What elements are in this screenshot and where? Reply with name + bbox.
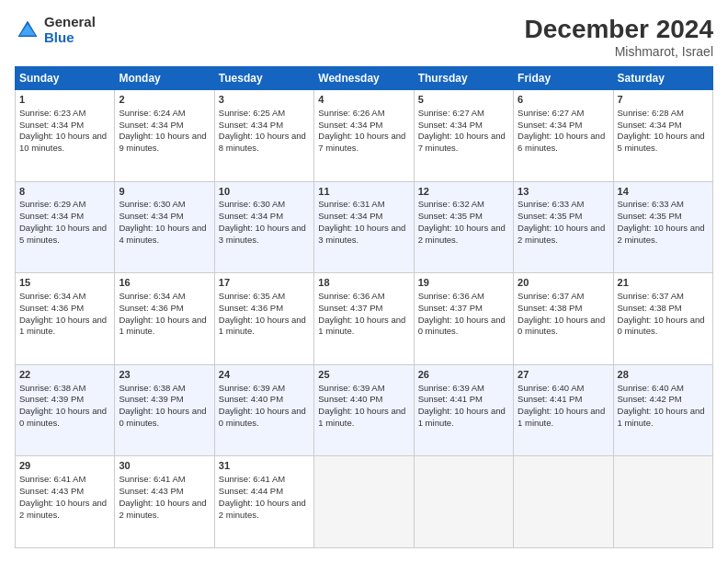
sunrise: Sunrise: 6:36 AM	[418, 291, 484, 301]
day-number: 23	[119, 368, 210, 382]
week-row-4: 22 Sunrise: 6:38 AM Sunset: 4:39 PM Dayl…	[16, 364, 713, 456]
calendar-cell: 5 Sunrise: 6:27 AM Sunset: 4:34 PM Dayli…	[414, 90, 513, 182]
daylight-label: Daylight: 10 hours and 10 minutes.	[19, 131, 107, 153]
calendar-cell	[514, 456, 613, 548]
sunset: Sunset: 4:44 PM	[219, 486, 283, 496]
sunrise: Sunrise: 6:27 AM	[518, 108, 584, 118]
calendar-cell: 24 Sunrise: 6:39 AM Sunset: 4:40 PM Dayl…	[214, 364, 313, 456]
day-number: 6	[518, 93, 609, 107]
sunset: Sunset: 4:34 PM	[318, 211, 382, 221]
day-number: 16	[119, 276, 210, 290]
calendar-cell: 26 Sunrise: 6:39 AM Sunset: 4:41 PM Dayl…	[414, 364, 513, 456]
sunrise: Sunrise: 6:29 AM	[19, 199, 85, 209]
header: General Blue December 2024 Mishmarot, Is…	[15, 15, 713, 59]
calendar-cell: 4 Sunrise: 6:26 AM Sunset: 4:34 PM Dayli…	[314, 90, 414, 182]
sunrise: Sunrise: 6:24 AM	[119, 108, 185, 118]
calendar-cell: 11 Sunrise: 6:31 AM Sunset: 4:34 PM Dayl…	[314, 181, 414, 273]
daylight-label: Daylight: 10 hours and 1 minute.	[618, 406, 705, 428]
sunset: Sunset: 4:37 PM	[318, 303, 382, 313]
day-number: 28	[618, 368, 709, 382]
sunrise: Sunrise: 6:37 AM	[518, 291, 584, 301]
sunrise: Sunrise: 6:35 AM	[219, 291, 285, 301]
calendar-cell: 31 Sunrise: 6:41 AM Sunset: 4:44 PM Dayl…	[214, 456, 313, 548]
page: General Blue December 2024 Mishmarot, Is…	[0, 0, 728, 563]
day-number: 1	[19, 93, 110, 107]
day-number: 25	[318, 368, 409, 382]
day-number: 3	[219, 93, 310, 107]
col-saturday: Saturday	[613, 67, 712, 90]
day-number: 2	[119, 93, 210, 107]
day-number: 8	[19, 185, 110, 199]
daylight-label: Daylight: 10 hours and 0 minutes.	[618, 315, 705, 337]
daylight-label: Daylight: 10 hours and 2 minutes.	[518, 223, 605, 245]
day-number: 20	[518, 276, 609, 290]
daylight-label: Daylight: 10 hours and 1 minute.	[418, 406, 506, 428]
sunrise: Sunrise: 6:26 AM	[318, 108, 384, 118]
calendar-cell: 19 Sunrise: 6:36 AM Sunset: 4:37 PM Dayl…	[414, 273, 513, 365]
logo: General Blue	[15, 15, 96, 45]
sunset: Sunset: 4:42 PM	[618, 394, 682, 404]
sunset: Sunset: 4:39 PM	[119, 394, 183, 404]
sunrise: Sunrise: 6:25 AM	[219, 108, 285, 118]
calendar-cell: 20 Sunrise: 6:37 AM Sunset: 4:38 PM Dayl…	[514, 273, 613, 365]
sunset: Sunset: 4:40 PM	[318, 394, 382, 404]
daylight-label: Daylight: 10 hours and 5 minutes.	[618, 131, 705, 153]
col-tuesday: Tuesday	[214, 67, 313, 90]
calendar-cell	[314, 456, 414, 548]
day-number: 24	[219, 368, 310, 382]
week-row-1: 1 Sunrise: 6:23 AM Sunset: 4:34 PM Dayli…	[16, 90, 713, 182]
calendar-cell: 9 Sunrise: 6:30 AM Sunset: 4:34 PM Dayli…	[115, 181, 214, 273]
day-number: 26	[418, 368, 509, 382]
day-number: 7	[618, 93, 709, 107]
day-number: 17	[219, 276, 310, 290]
col-thursday: Thursday	[414, 67, 513, 90]
sunset: Sunset: 4:38 PM	[618, 303, 682, 313]
daylight-label: Daylight: 10 hours and 7 minutes.	[318, 131, 405, 153]
sunset: Sunset: 4:34 PM	[618, 120, 682, 130]
calendar-header-row: Sunday Monday Tuesday Wednesday Thursday…	[16, 67, 713, 90]
day-number: 27	[518, 368, 609, 382]
col-friday: Friday	[514, 67, 613, 90]
sunset: Sunset: 4:35 PM	[418, 211, 483, 221]
sunrise: Sunrise: 6:34 AM	[19, 291, 85, 301]
sunrise: Sunrise: 6:27 AM	[418, 108, 484, 118]
sunset: Sunset: 4:35 PM	[518, 211, 582, 221]
month-title: December 2024	[525, 15, 713, 44]
calendar-cell: 13 Sunrise: 6:33 AM Sunset: 4:35 PM Dayl…	[514, 181, 613, 273]
sunrise: Sunrise: 6:33 AM	[518, 199, 584, 209]
daylight-label: Daylight: 10 hours and 0 minutes.	[119, 406, 206, 428]
daylight-label: Daylight: 10 hours and 9 minutes.	[119, 131, 206, 153]
day-number: 13	[518, 185, 609, 199]
daylight-label: Daylight: 10 hours and 5 minutes.	[19, 223, 107, 245]
sunrise: Sunrise: 6:36 AM	[318, 291, 384, 301]
sunrise: Sunrise: 6:41 AM	[219, 474, 285, 484]
sunrise: Sunrise: 6:23 AM	[19, 108, 85, 118]
sunrise: Sunrise: 6:38 AM	[19, 383, 85, 393]
daylight-label: Daylight: 10 hours and 0 minutes.	[518, 315, 605, 337]
sunset: Sunset: 4:34 PM	[219, 211, 283, 221]
sunrise: Sunrise: 6:40 AM	[618, 383, 684, 393]
calendar-cell: 15 Sunrise: 6:34 AM Sunset: 4:36 PM Dayl…	[16, 273, 115, 365]
sunset: Sunset: 4:34 PM	[119, 120, 183, 130]
day-number: 12	[418, 185, 509, 199]
daylight-label: Daylight: 10 hours and 8 minutes.	[219, 131, 306, 153]
sunrise: Sunrise: 6:40 AM	[518, 383, 584, 393]
calendar-cell: 10 Sunrise: 6:30 AM Sunset: 4:34 PM Dayl…	[214, 181, 313, 273]
logo-text: General Blue	[44, 15, 96, 45]
sunset: Sunset: 4:40 PM	[219, 394, 283, 404]
col-monday: Monday	[115, 67, 214, 90]
sunrise: Sunrise: 6:28 AM	[618, 108, 684, 118]
daylight-label: Daylight: 10 hours and 1 minute.	[119, 315, 206, 337]
sunset: Sunset: 4:34 PM	[318, 120, 382, 130]
calendar-cell: 21 Sunrise: 6:37 AM Sunset: 4:38 PM Dayl…	[613, 273, 712, 365]
daylight-label: Daylight: 10 hours and 2 minutes.	[19, 498, 107, 520]
sunrise: Sunrise: 6:30 AM	[219, 199, 285, 209]
day-number: 9	[119, 185, 210, 199]
day-number: 21	[618, 276, 709, 290]
day-number: 15	[19, 276, 110, 290]
week-row-3: 15 Sunrise: 6:34 AM Sunset: 4:36 PM Dayl…	[16, 273, 713, 365]
sunset: Sunset: 4:35 PM	[618, 211, 682, 221]
daylight-label: Daylight: 10 hours and 0 minutes.	[418, 315, 506, 337]
sunset: Sunset: 4:34 PM	[119, 211, 183, 221]
day-number: 5	[418, 93, 509, 107]
